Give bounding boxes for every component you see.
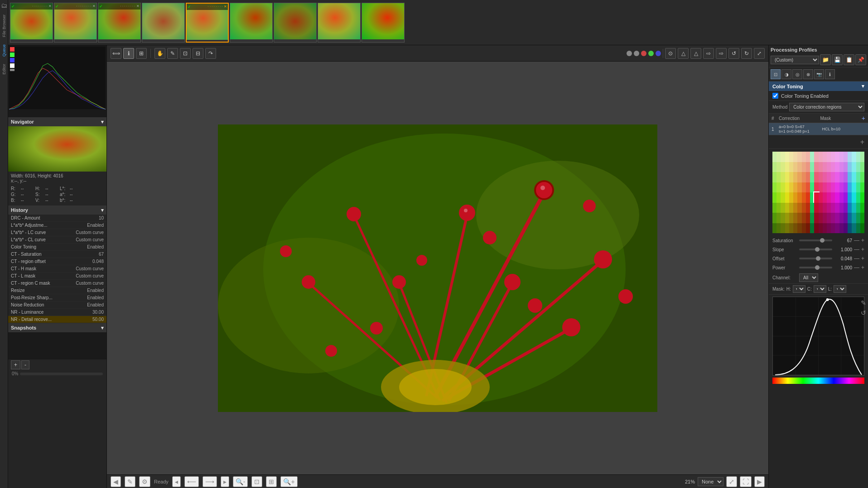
palette-cell-0-19[interactable] xyxy=(852,152,856,162)
history-item-7[interactable]: CT - H mask Custom curve xyxy=(8,265,106,273)
straighten-tool[interactable]: ⟺ xyxy=(111,48,121,59)
red-square[interactable] xyxy=(10,47,14,52)
palette-cell-5-10[interactable] xyxy=(814,203,818,213)
palette-cell-3-0[interactable] xyxy=(772,182,776,193)
palette-cell-6-8[interactable] xyxy=(806,213,810,223)
history-item-3[interactable]: L*a*b* - CL curve Custom curve xyxy=(8,236,106,244)
palette-cell-0-1[interactable] xyxy=(776,152,781,162)
redo-tool[interactable]: ↻ xyxy=(741,48,752,59)
palette-cell-6-12[interactable] xyxy=(823,213,827,223)
offset-slider[interactable] xyxy=(799,258,832,259)
palette-cell-4-21[interactable] xyxy=(860,192,864,203)
profile-paste-btn[interactable]: 📌 xyxy=(855,54,866,65)
history-item-nr-lum[interactable]: NR - Luminance 30.00 xyxy=(8,309,106,316)
zoom-out-btn[interactable]: 🔍- xyxy=(233,476,248,487)
palette-cell-3-14[interactable] xyxy=(831,182,835,193)
palette-cell-4-3[interactable] xyxy=(785,192,789,203)
palette-cell-6-0[interactable] xyxy=(772,213,776,223)
palette-cell-5-3[interactable] xyxy=(785,203,789,213)
snapshots-title[interactable]: Snapshots ▾ xyxy=(8,324,106,332)
palette-cell-7-18[interactable] xyxy=(848,223,852,234)
palette-cell-5-4[interactable] xyxy=(789,203,793,213)
palette-cell-5-6[interactable] xyxy=(797,203,801,213)
snapshot-delete-button[interactable]: - xyxy=(21,360,29,369)
palette-cell-4-0[interactable] xyxy=(772,192,776,203)
palette-cell-7-2[interactable] xyxy=(781,223,785,234)
palette-cell-1-3[interactable] xyxy=(785,162,789,172)
palette-cell-0-9[interactable] xyxy=(810,152,814,162)
palette-cell-0-13[interactable] xyxy=(827,152,831,162)
palette-cell-4-1[interactable] xyxy=(776,192,781,203)
palette-cell-0-17[interactable] xyxy=(844,152,848,162)
channel-select[interactable]: All xyxy=(799,273,818,282)
palette-cell-3-18[interactable] xyxy=(848,182,852,193)
palette-cell-5-1[interactable] xyxy=(776,203,781,213)
nav-right2-btn[interactable]: ▸ xyxy=(221,476,229,487)
view-mode-btn-2[interactable] xyxy=(634,51,639,56)
slope-minus[interactable]: — xyxy=(854,246,859,253)
palette-cell-7-3[interactable] xyxy=(785,223,789,234)
palette-cell-2-21[interactable] xyxy=(860,172,864,182)
palette-cell-0-5[interactable] xyxy=(793,152,797,162)
film-thumb-3[interactable]: ✓ · · · · · · · · ✕ xyxy=(98,3,141,43)
palette-cell-4-14[interactable] xyxy=(831,192,835,203)
palette-cell-7-11[interactable] xyxy=(819,223,823,234)
palette-cell-6-15[interactable] xyxy=(835,213,839,223)
palette-cell-0-21[interactable] xyxy=(860,152,864,162)
palette-cell-7-15[interactable] xyxy=(835,223,839,234)
palette-cell-5-15[interactable] xyxy=(835,203,839,213)
palette-cell-6-11[interactable] xyxy=(819,213,823,223)
curve-edit-btn-2[interactable]: ↺ xyxy=(861,309,866,316)
palette-cell-5-0[interactable] xyxy=(772,203,776,213)
palette-cell-7-16[interactable] xyxy=(839,223,844,234)
palette-cell-2-2[interactable] xyxy=(781,172,785,182)
film-thumb-4[interactable]: ✓ · · · · · · · · ✕ xyxy=(142,3,185,43)
palette-cell-4-15[interactable] xyxy=(835,192,839,203)
settings-btn[interactable]: ⚙ xyxy=(139,476,150,487)
export-tool[interactable]: ⇨ xyxy=(703,48,714,59)
palette-cell-3-8[interactable] xyxy=(806,182,810,193)
palette-cell-1-6[interactable] xyxy=(797,162,801,172)
palette-cell-1-10[interactable] xyxy=(814,162,818,172)
palette-cell-5-2[interactable] xyxy=(781,203,785,213)
palette-cell-3-10[interactable] xyxy=(814,182,818,193)
palette-cell-3-16[interactable] xyxy=(839,182,844,193)
palette-cell-4-19[interactable] xyxy=(852,192,856,203)
palette-cell-6-20[interactable] xyxy=(856,213,860,223)
palette-cell-4-18[interactable] xyxy=(848,192,852,203)
profile-tab-meta[interactable]: ℹ xyxy=(825,69,835,79)
profile-tab-color[interactable]: ◑ xyxy=(781,69,791,79)
fullscreen-tool[interactable]: ⤢ xyxy=(754,48,765,59)
palette-cell-5-19[interactable] xyxy=(852,203,856,213)
image-viewport[interactable] xyxy=(107,62,768,474)
palette-cell-7-4[interactable] xyxy=(789,223,793,234)
palette-cell-6-7[interactable] xyxy=(802,213,806,223)
slope-thumb[interactable] xyxy=(815,247,820,252)
palette-cell-3-2[interactable] xyxy=(781,182,785,193)
palette-cell-3-1[interactable] xyxy=(776,182,781,193)
palette-cell-0-2[interactable] xyxy=(781,152,785,162)
palette-cell-0-12[interactable] xyxy=(823,152,827,162)
palette-cell-6-3[interactable] xyxy=(785,213,789,223)
palette-cell-7-5[interactable] xyxy=(793,223,797,234)
palette-cell-4-12[interactable] xyxy=(823,192,827,203)
palette-cell-7-9[interactable] xyxy=(810,223,814,234)
palette-cell-0-0[interactable] xyxy=(772,152,776,162)
palette-cell-3-7[interactable] xyxy=(802,182,806,193)
palette-cell-2-10[interactable] xyxy=(814,172,818,182)
palette-cell-2-14[interactable] xyxy=(831,172,835,182)
palette-cell-5-21[interactable] xyxy=(860,203,864,213)
palette-cell-0-6[interactable] xyxy=(797,152,801,162)
palette-cell-0-11[interactable] xyxy=(819,152,823,162)
palette-cell-2-15[interactable] xyxy=(835,172,839,182)
palette-cell-6-17[interactable] xyxy=(844,213,848,223)
palette-cell-7-19[interactable] xyxy=(852,223,856,234)
palette-cell-1-11[interactable] xyxy=(819,162,823,172)
history-item-1[interactable]: L*a*b* Adjustme... Enabled xyxy=(8,222,106,229)
palette-cell-4-20[interactable] xyxy=(856,192,860,203)
palette-cell-4-17[interactable] xyxy=(844,192,848,203)
palette-cell-7-12[interactable] xyxy=(823,223,827,234)
view-mode-btn-3[interactable] xyxy=(641,51,646,56)
palette-cell-0-4[interactable] xyxy=(789,152,793,162)
palette-cell-0-3[interactable] xyxy=(785,152,789,162)
